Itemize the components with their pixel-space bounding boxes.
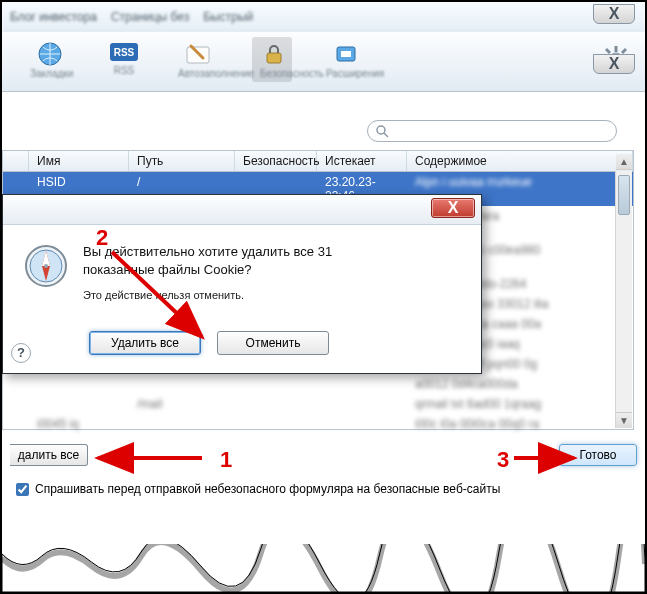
svg-point-16 [377, 126, 385, 134]
svg-rect-6 [341, 51, 351, 57]
annotation-3: 3 [497, 447, 509, 473]
table-header: Имя Путь Безопасность Истекает Содержимо… [3, 151, 633, 172]
delete-all-button[interactable]: далить все [10, 444, 88, 466]
dialog-subtext: Это действие нельзя отменить. [83, 288, 332, 303]
annotation-2: 2 [96, 225, 108, 251]
table-row[interactable]: i0045 iqi00c i0a 00i0ca 00q0 ra [3, 414, 633, 434]
warn-insecure-form-label: Спрашивать перед отправкой небезопасного… [35, 482, 500, 496]
warn-insecure-form-input[interactable] [16, 483, 29, 496]
svg-line-15 [622, 49, 626, 53]
annotation-1: 1 [220, 447, 232, 473]
svg-line-12 [606, 49, 610, 53]
svg-rect-4 [267, 53, 281, 63]
dialog-help-button[interactable]: ? [11, 343, 31, 363]
window-close-button[interactable]: X [593, 4, 635, 24]
toolbar-item-rss[interactable]: RSS RSS [104, 43, 144, 76]
toolbar-item-general[interactable]: Закладки [30, 40, 70, 79]
dialog-text-line1: Вы действительно хотите удалить все 31 [83, 244, 332, 259]
toolbar-item-autofill[interactable]: Автозаполнение [178, 40, 218, 79]
dialog-text-line2: показанные файлы Cookie? [83, 262, 252, 277]
search-input[interactable] [389, 124, 608, 138]
scroll-up-icon[interactable]: ▲ [616, 154, 632, 170]
col-name[interactable]: Имя [29, 151, 129, 171]
col-expires[interactable]: Истекает [317, 151, 407, 171]
safari-compass-icon [23, 243, 69, 289]
confirm-delete-dialog: X Вы действительно хотите удалить все 31… [2, 194, 482, 374]
col-security[interactable]: Безопасность [235, 151, 317, 171]
settings-toolbar: Закладки RSS RSS Автозаполнение Безопасн… [2, 32, 645, 92]
warn-insecure-form-checkbox[interactable]: Спрашивать перед отправкой небезопасного… [16, 482, 500, 496]
settings-close-button[interactable]: X [593, 54, 635, 74]
scroll-thumb[interactable] [618, 175, 630, 215]
dialog-titlebar: X [3, 195, 481, 225]
torn-edge-decoration [2, 544, 645, 592]
dialog-cancel-button[interactable]: Отменить [217, 331, 329, 355]
cookie-search-box[interactable] [367, 120, 617, 142]
done-button[interactable]: Готово [559, 444, 637, 466]
table-row[interactable]: /mailqrmail txt 6ad00 1qraag [3, 394, 633, 414]
search-icon [376, 125, 389, 138]
dialog-close-button[interactable]: X [431, 198, 475, 218]
col-path[interactable]: Путь [129, 151, 235, 171]
svg-line-17 [384, 133, 388, 137]
browser-tabstrip: Блог инвестора Страницы без Быстрый [2, 2, 645, 32]
table-row[interactable]: a0012 0d4ca000da [3, 374, 633, 394]
toolbar-item-extensions[interactable]: Расширения [326, 40, 366, 79]
toolbar-item-security[interactable]: Безопасность [252, 37, 292, 82]
dialog-delete-all-button[interactable]: Удалить все [89, 331, 201, 355]
scroll-down-icon[interactable]: ▼ [616, 412, 632, 428]
svg-text:RSS: RSS [114, 47, 135, 58]
col-content[interactable]: Содержимое [407, 151, 633, 171]
svg-point-22 [44, 264, 48, 268]
table-scrollbar[interactable]: ▲ ▼ [615, 171, 632, 428]
